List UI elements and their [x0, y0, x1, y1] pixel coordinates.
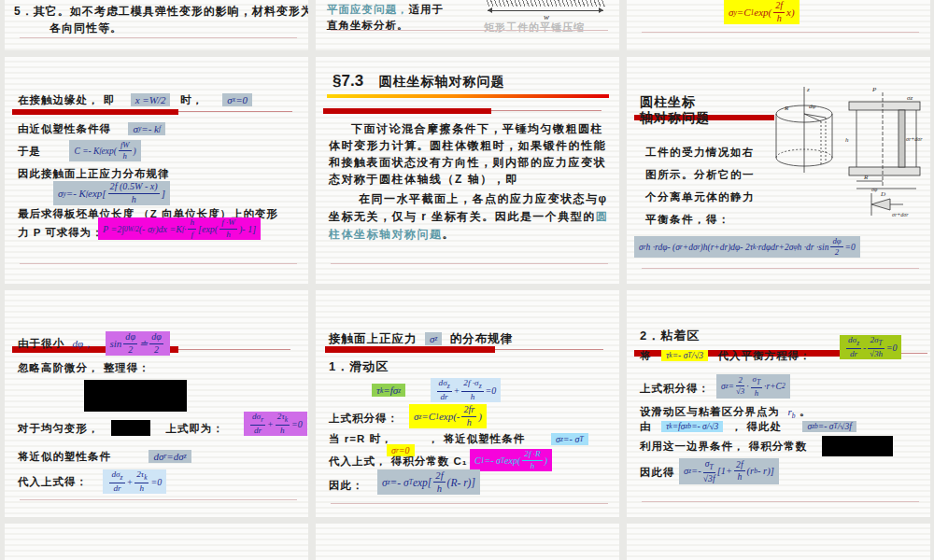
text: 代入平衡方程得：: [718, 350, 812, 361]
slide-sorter-grid: 5．其它。如不考虑工模具弹性变形的影响，材料变形为 均质和 各向同性等。 平面应…: [0, 0, 934, 560]
section-sliding-zone: 1．滑动区: [329, 358, 389, 375]
line-from-condition: 由 τk =fσzb =- σ/√3 ， 得此处 σzb =- σT /√3f: [640, 417, 856, 434]
text: 由于很小: [18, 338, 64, 349]
redacted-formula-box: [822, 436, 893, 456]
line-uniform-deformation: 对于均匀变形， 上式即为：: [18, 419, 224, 436]
fig-label-h: h: [845, 136, 849, 144]
line-integrate: 上式积分得：: [329, 412, 399, 426]
red-accent-bar: [323, 108, 491, 114]
formula-row: σz =C1 exp(- 2frh): [409, 404, 487, 428]
footer-divider: [331, 30, 608, 31]
formula-sigma-zb: σzb =- σT /√3f: [802, 421, 856, 432]
line-substitute: 代入上式得： dσzdr+2τkh =0: [18, 469, 166, 494]
formula-sigma-y-kf: σy =- kf: [128, 122, 165, 135]
text: 设滑动区与粘着区分界点为: [640, 406, 780, 417]
formula-row: σy =- Kf exp[2f (0.5W - x)h]: [53, 181, 170, 205]
fig-label-R2: R: [863, 174, 869, 181]
formula-constant-C: C =- Kf exp(fWh): [69, 140, 140, 161]
fig-label-sigma-r: σr+dσr: [906, 136, 923, 142]
text-teal: 平面应变问题，: [327, 4, 409, 15]
text: 代入上式得：: [18, 476, 88, 487]
slide-thumbnail-partial-bottom-left[interactable]: [5, 524, 308, 560]
redacted-formula-box: [84, 380, 187, 412]
slide-thumbnail-partial-bottom-center[interactable]: [316, 524, 619, 560]
formula-sigma-z-label: σz: [425, 332, 442, 345]
formula-equilibrium: σrh ·rdφ- (σr +dσr)h(r+dr)dφ- 2τk ·rdφdr…: [634, 236, 860, 258]
footer-divider: [331, 263, 608, 264]
formula-ode-z: dσzdr+2τkh =0: [103, 469, 166, 494]
thin-red-line: [178, 111, 292, 112]
formula-integral-sticking: σz =2√3 ·σTh ·r+C2: [716, 374, 790, 399]
formula-row: P =2∫0W/2(- σy)dx =Kf ·hf[exp(f ·Wh)- 1]: [98, 217, 261, 240]
formula-tau-friction: τk =fσz: [372, 384, 405, 397]
slide-title-line2: 轴对称问题: [640, 110, 710, 127]
formula-row: dσrdr+2τkh =0: [244, 412, 307, 436]
line-constant-C1: 代入上式， 得积分常数 C₁: [329, 455, 467, 469]
formula-tau-at-rb: τk =fσzb =- σ/√3: [661, 421, 723, 432]
formula-row: σrh ·rdφ- (σr +dσr)h(r+dr)dφ- 2τk ·rdφdr…: [634, 236, 860, 258]
section-sticking-zone: 2．粘着区: [640, 328, 700, 344]
slide-thumbnail-top-middle[interactable]: 平面应变问题，适用于 直角坐标分析。 w 矩形工件的平锤压缩: [316, 0, 619, 50]
slide-thumbnail-mid-left[interactable]: 在接触边缘处， 即 x =W/2 时， σx =0 由近似塑性条件得 σy =-…: [5, 57, 308, 284]
slide-thumbnail-bot-right[interactable]: 2．粘着区 将 τk =- σT/√3 代入平衡方程得： dσzdr- 2σT√…: [627, 290, 930, 517]
text: 时，: [180, 94, 204, 105]
fig-label-R: R: [784, 105, 789, 112]
slide-text: 各向同性等。: [50, 21, 122, 36]
fig-label-sigma-z: σz: [907, 94, 913, 102]
formula-row: σz =2√3 ·σTh ·r+C2: [716, 374, 790, 399]
title-text: 圆柱坐标轴对称问题: [379, 74, 505, 89]
text: 适用于: [409, 4, 445, 15]
slide-title: 接触面上正应力 σz 的分布规律: [329, 329, 513, 347]
formula-sigma-y: σy =C1 exp(2fh x): [724, 0, 800, 24]
redacted-inline-box: [111, 420, 150, 436]
fig-label-dphi: dφ: [809, 103, 816, 110]
hatch-pattern: [486, 0, 605, 7]
line-boundary: 当 r=R 时，: [329, 432, 392, 446]
formula-row: σz =- σT: [551, 430, 588, 447]
slide-thumbnail-bot-left[interactable]: 由于很小 dφ， sindφ2 ≐dφ2 忽略高阶微分， 整理得： 对于均匀变形…: [5, 290, 308, 517]
formula-sigma-y-dist: σy =- Kf exp[2f (0.5W - x)h]: [53, 181, 170, 205]
fig-label-z: z: [806, 86, 810, 93]
slide-text-line: 平面应变问题，适用于: [327, 0, 444, 17]
slide-thumbnail-bot-center[interactable]: 接触面上正应力 σz 的分布规律 1．滑动区 τk =fσz dσzdr+2f …: [316, 290, 619, 517]
section-number: §7.3: [333, 72, 363, 90]
fig-label-D: D: [880, 190, 885, 198]
formula-sigma-z-sigma-T: σz =- σT: [551, 433, 588, 445]
line-therefore: 于是 C =- Kf exp(fWh): [18, 140, 141, 161]
formula-row: C1 =- σT exp(2f ·Rh): [470, 449, 552, 471]
text: 。: [443, 228, 455, 241]
footer-divider: [20, 263, 297, 264]
cylinder-equilibrium-diagram: z R dφ P σz h R D σr+dσr σφ σr+dσr: [767, 83, 926, 221]
paragraph-intro: 下面讨论混合摩擦条件下，平锤均匀镦粗圆柱体时变形力计算。圆柱体镦粗时，如果锻件的…: [329, 120, 611, 188]
footer-divider: [642, 501, 919, 502]
text: 在同一水平截面上，各点的应力应变状态与φ坐标无关，仅与 r 坐标有关。因此是一个…: [329, 192, 608, 223]
text: 由: [640, 421, 652, 432]
title-text: 接触面上正应力: [329, 332, 417, 345]
line-contact-edge: 在接触边缘处， 即 x =W/2 时， σx =0: [18, 91, 252, 107]
line-distribution-law: 因此接触面上正应力分布规律: [18, 167, 170, 181]
formula-x-equals: x =W/2: [131, 93, 171, 106]
fig-label-sigma-r-dsr: σr+dσr: [892, 212, 909, 217]
formula-row: τk =fσz dσzdr+2f ·σzh =0: [372, 378, 501, 402]
formula-row: dσzdr- 2σT√3h =0: [840, 335, 901, 359]
slide-title-line1: 圆柱坐标: [640, 94, 696, 111]
fig-label-P: P: [871, 86, 877, 93]
formula-sigma-x-zero: σx =0: [222, 93, 252, 106]
slide-thumbnail-top-right[interactable]: σy =C1 exp(2fh x): [627, 0, 930, 50]
formula-final-sliding: σz =- σT exp[2fh(R- r)]: [377, 469, 480, 495]
formula-row: σz =- σT exp[2fh(R- r)]: [377, 469, 480, 495]
line-integrate: 上式积分得：: [640, 382, 710, 396]
line-force-P: 力 P 可求得为：: [18, 226, 104, 240]
thin-red-line: [178, 349, 290, 350]
thin-red-line: [495, 349, 603, 350]
slide-thumbnail-mid-right[interactable]: 圆柱坐标 轴对称问题 工件的受力情况如右图所示。分析它的一个分离单元体的静力平衡…: [627, 57, 930, 284]
formula-tau-const: τk =- σT/√3: [661, 350, 708, 361]
formula-ode-sticking: dσzdr- 2σT√3h =0: [840, 335, 901, 359]
text: 上式即为：: [165, 423, 224, 434]
slide-thumbnail-top-left[interactable]: 5．其它。如不考虑工模具弹性变形的影响，材料变形为 均质和 各向同性等。: [5, 0, 308, 50]
title-text: 的分布规律: [450, 332, 514, 345]
title-underline-gradient: [327, 94, 609, 98]
slide-thumbnail-mid-center[interactable]: §7.3 圆柱坐标轴对称问题 下面讨论混合摩擦条件下，平锤均匀镦粗圆柱体时变形力…: [316, 57, 619, 284]
slide-thumbnail-partial-bottom-right[interactable]: [627, 524, 930, 560]
line-substitute-equilibrium: 将 τk =- σT/√3 代入平衡方程得：: [640, 346, 812, 363]
